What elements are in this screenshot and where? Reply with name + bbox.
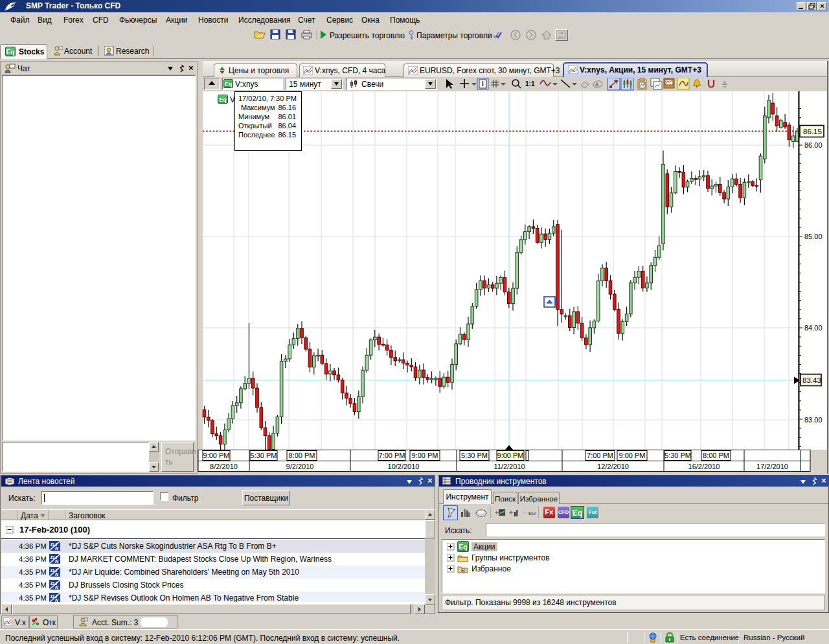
svg-text:16/2/2010: 16/2/2010 bbox=[688, 463, 720, 470]
svg-text:EU: EU bbox=[528, 511, 536, 516]
svg-text:7:00 PM: 7:00 PM bbox=[379, 452, 405, 459]
svg-text:5:30 PM: 5:30 PM bbox=[251, 452, 277, 459]
svg-text:9:00 PM: 9:00 PM bbox=[497, 452, 524, 459]
svg-text:5:30 PM: 5:30 PM bbox=[461, 452, 488, 459]
svg-text:10/2/2010: 10/2/2010 bbox=[388, 463, 420, 470]
svg-text:9:00 PM: 9:00 PM bbox=[203, 452, 230, 459]
svg-text:17/2/2010: 17/2/2010 bbox=[756, 463, 788, 470]
svg-text:5:30 PM: 5:30 PM bbox=[664, 452, 691, 459]
svg-text:12/2/2010: 12/2/2010 bbox=[597, 463, 629, 470]
svg-text:9:00 PM: 9:00 PM bbox=[412, 452, 438, 459]
svg-text:8:00 PM: 8:00 PM bbox=[703, 452, 729, 459]
svg-text:*: * bbox=[462, 568, 464, 575]
svg-text:9:00 PM: 9:00 PM bbox=[619, 452, 646, 459]
svg-text:8:00 PM: 8:00 PM bbox=[289, 452, 315, 459]
svg-text:8/2/2010: 8/2/2010 bbox=[210, 463, 238, 470]
svg-text:7:00 PM: 7:00 PM bbox=[587, 452, 613, 459]
svg-text:11/2/2010: 11/2/2010 bbox=[494, 463, 525, 470]
svg-text:9/2/2010: 9/2/2010 bbox=[286, 463, 314, 470]
